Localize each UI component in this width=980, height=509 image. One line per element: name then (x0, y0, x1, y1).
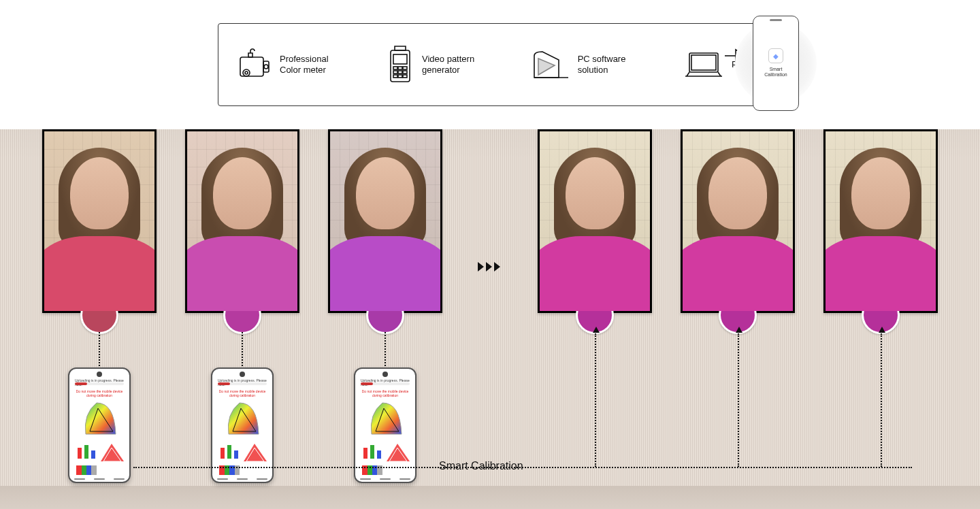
phone-nav (69, 478, 129, 480)
equip-pc-software-label: PC software solution (578, 54, 626, 76)
phone-warning-text: Do not move the mobile device during cal… (75, 389, 124, 397)
gamut-triangle-icon (242, 442, 268, 463)
svg-rect-23 (234, 450, 238, 459)
arrow-up-icon (593, 327, 600, 333)
panel-before: Uploading is in progress. Please hold.Do… (42, 129, 157, 313)
rgb-bars-icon (362, 445, 382, 460)
phone-frame-icon: ◆ Smart Calibration (753, 16, 799, 111)
rgb-bars-icon (219, 445, 240, 460)
svg-rect-10 (393, 71, 397, 73)
phone-nav (212, 478, 272, 480)
connector-up (881, 333, 882, 467)
svg-rect-18 (78, 448, 82, 459)
app-icon: ◆ (768, 48, 783, 63)
color-meter-icon (236, 46, 273, 83)
display-panel (185, 129, 299, 313)
color-gamut-icon (368, 400, 406, 438)
laptop-icon (683, 49, 725, 80)
svg-rect-0 (240, 57, 263, 76)
equip-pc-software: PC software solution (532, 48, 626, 82)
svg-rect-16 (689, 53, 718, 72)
connector-down (99, 332, 100, 366)
svg-rect-14 (398, 75, 402, 78)
svg-rect-6 (393, 54, 407, 64)
gamut-triangle-icon (385, 442, 411, 463)
connector-up (595, 333, 596, 467)
svg-rect-8 (398, 67, 402, 69)
svg-rect-19 (84, 445, 88, 459)
connector-up (738, 333, 739, 467)
svg-rect-22 (227, 445, 231, 459)
display-panel (42, 129, 157, 313)
panel-after (681, 129, 795, 313)
calibration-phone: Uploading is in progress. Please hold.Do… (354, 367, 416, 483)
progress-bar (75, 382, 124, 385)
svg-rect-21 (220, 448, 225, 459)
svg-rect-15 (403, 75, 407, 78)
panels-after-group (538, 129, 938, 313)
equip-color-meter: Professional Color meter (236, 46, 329, 83)
equip-pattern-gen-label: Video pattern generator (422, 54, 474, 76)
svg-rect-25 (370, 445, 374, 459)
rgb-bars-icon (76, 445, 97, 460)
connector-down (242, 332, 243, 366)
svg-rect-7 (393, 67, 397, 69)
smart-calibration-label: Smart Calibration (432, 460, 530, 472)
svg-rect-9 (403, 67, 407, 69)
phone-notch (770, 19, 782, 21)
svg-rect-17 (691, 55, 716, 70)
equipment-row: Professional Color meter Video pattern g… (0, 0, 980, 129)
progress-bar (218, 382, 267, 385)
svg-rect-20 (91, 450, 95, 459)
svg-point-2 (245, 71, 248, 74)
color-gamut-icon (225, 400, 263, 438)
arrow-up-icon (736, 327, 742, 333)
svg-rect-13 (393, 75, 397, 78)
pattern-generator-icon (385, 45, 415, 84)
panels-before-group: Uploading is in progress. Please hold.Do… (42, 129, 442, 313)
display-panel (681, 129, 795, 313)
arrow-up-icon (879, 327, 885, 333)
phone-nav (355, 478, 415, 480)
svg-rect-12 (403, 71, 407, 73)
phone-camera-icon (382, 372, 388, 377)
phone-warning-text: Do not move the mobile device during cal… (218, 389, 267, 397)
calibration-phone: Uploading is in progress. Please hold.Do… (211, 367, 274, 483)
panel-after (538, 129, 652, 313)
svg-point-1 (243, 69, 250, 76)
equip-color-meter-label: Professional Color meter (280, 54, 329, 76)
app-label: Smart Calibration (764, 67, 787, 77)
svg-point-4 (264, 65, 268, 69)
panel-before: Uploading is in progress. Please hold.Do… (328, 129, 442, 313)
svg-rect-24 (363, 448, 368, 459)
panel-after (823, 129, 938, 313)
smart-calibration-phone: ◆ Smart Calibration (742, 10, 810, 116)
display-panel (823, 129, 938, 313)
gamut-triangle-icon (99, 442, 125, 463)
calibration-scene: Uploading is in progress. Please hold.Do… (0, 129, 980, 509)
phone-warning-text: Do not move the mobile device during cal… (361, 389, 410, 397)
transition-arrows-icon (478, 262, 500, 272)
calibration-phone: Uploading is in progress. Please hold.Do… (68, 367, 131, 483)
color-gamut-icon (82, 400, 120, 438)
connector-down (385, 332, 386, 366)
panel-before: Uploading is in progress. Please hold.Do… (185, 129, 299, 313)
equipment-box: Professional Color meter Video pattern g… (218, 23, 762, 106)
levels-icon (76, 465, 97, 475)
display-panel (538, 129, 652, 313)
svg-rect-26 (377, 450, 381, 459)
progress-bar (361, 382, 410, 385)
equip-pattern-gen: Video pattern generator (385, 45, 474, 84)
phone-camera-icon (240, 372, 245, 377)
svg-rect-11 (398, 71, 402, 73)
phone-camera-icon (97, 372, 102, 377)
pc-software-icon (532, 48, 571, 82)
display-panel (328, 129, 442, 313)
floor (0, 486, 980, 509)
